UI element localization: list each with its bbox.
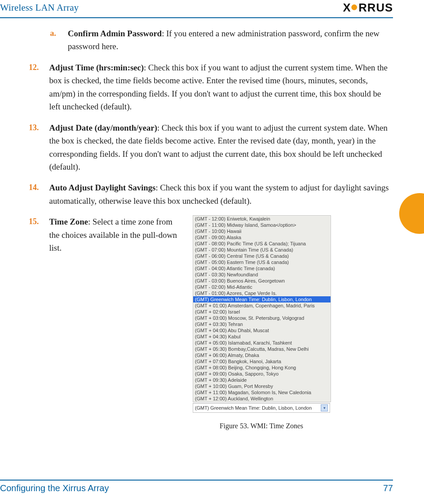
timezone-option[interactable]: (GMT + 01:00) Amsterdam, Copenhagen, Mad… (193, 302, 331, 309)
brand-dot-icon (351, 4, 357, 10)
figure-caption: Figure 53. WMI: Time Zones (193, 421, 330, 432)
timezone-option[interactable]: (GMT + 09:00) Osaka, Sapporo, Tokyo (193, 371, 331, 377)
timezone-option[interactable]: (GMT + 09:30) Adelaide (193, 377, 331, 383)
timezone-option[interactable]: (GMT + 05:00) Islamabad, Karachi, Tashke… (193, 340, 331, 346)
list-item: 15. Time Zone: Select a time zone from t… (29, 215, 393, 432)
timezone-option[interactable]: (GMT + 10:00) Guam, Port Moresby (193, 383, 331, 389)
list-marker: a. (48, 27, 68, 53)
timezone-option[interactable]: (GMT + 12:00) Auckland, Wellington (193, 395, 331, 402)
list-marker: 12. (29, 61, 49, 113)
time-zone-description: Time Zone: Select a time zone from the c… (49, 215, 182, 254)
timezone-option[interactable]: (GMT - 07:00) Mountain Time (US & Canada… (193, 247, 331, 253)
list-item: 13. Adjust Date (day/month/year): Check … (29, 121, 393, 174)
timezone-option[interactable]: (GMT + 06:00) Almaty, Dhaka (193, 352, 331, 358)
list-lead: Time Zone (49, 217, 88, 226)
list-text: Confirm Admin Password: If you entered a… (68, 27, 393, 53)
list-lead: Confirm Admin Password (68, 29, 162, 38)
brand-logo: X RRUS (343, 1, 393, 15)
list-text: Time Zone: Select a time zone from the c… (49, 215, 393, 432)
footer-section: Configuring the Xirrus Array (0, 483, 109, 493)
time-zone-select[interactable]: (GMT) Greenwich Mean Time: Dublin, Lisbo… (193, 403, 330, 413)
timezone-option[interactable]: (GMT - 01:00) Azores, Cape Verde Is. (193, 290, 331, 296)
timezone-option[interactable]: (GMT - 12:00) Eniwetok, Kwajalein (193, 216, 331, 222)
list-text: Adjust Time (hrs:min:sec): Check this bo… (49, 61, 393, 113)
timezone-option[interactable]: (GMT + 04:00) Abu Dhabi, Muscat (193, 327, 331, 333)
timezone-option[interactable]: (GMT + 03:30) Tehran (193, 321, 331, 327)
list-lead: Adjust Time (hrs:min:sec) (49, 63, 144, 72)
timezone-option[interactable]: (GMT + 05:30) Bombay,Calcutta, Madras, N… (193, 346, 331, 352)
list-item: a. Confirm Admin Password: If you entere… (29, 27, 393, 53)
timezone-option[interactable]: (GMT + 03:00) Moscow, St. Petersburg, Vo… (193, 315, 331, 321)
timezone-option[interactable]: (GMT - 08:00) Pacific Time (US & Canada)… (193, 240, 331, 247)
list-text: Adjust Date (day/month/year): Check this… (49, 121, 393, 174)
list-marker: 13. (29, 121, 49, 174)
timezone-option[interactable]: (GMT - 11:00) Midway Island, Samoa</opti… (193, 222, 331, 228)
time-zone-select-value: (GMT) Greenwich Mean Time: Dublin, Lisbo… (195, 404, 312, 411)
footer-page-number: 77 (383, 483, 393, 493)
timezone-option-selected[interactable]: (GMT) Greenwich Mean Time: Dublin, Lisbo… (193, 296, 331, 302)
timezone-option[interactable]: (GMT - 03:30) Newfoundland (193, 271, 331, 278)
timezone-option[interactable]: (GMT + 08:00) Beijing, Chongqing, Hong K… (193, 364, 331, 371)
list-item: 12. Adjust Time (hrs:min:sec): Check thi… (29, 61, 393, 113)
brand-x: X (343, 1, 351, 15)
brand-rest: RRUS (358, 1, 393, 15)
list-lead: Adjust Date (day/month/year) (49, 123, 157, 132)
list-text: Auto Adjust Daylight Savings: Check this… (49, 181, 393, 207)
list-lead: Auto Adjust Daylight Savings (49, 183, 156, 192)
list-item: 14. Auto Adjust Daylight Savings: Check … (29, 181, 393, 207)
timezone-option[interactable]: (GMT - 02:00) Mid-Atlantic (193, 284, 331, 290)
list-marker: 14. (29, 181, 49, 207)
time-zone-listbox[interactable]: (GMT - 12:00) Eniwetok, Kwajalein (GMT -… (193, 215, 331, 402)
timezone-option[interactable]: (GMT - 10:00) Hawaii (193, 228, 331, 234)
timezone-option[interactable]: (GMT + 04:30) Kabul (193, 333, 331, 340)
timezone-option[interactable]: (GMT + 11:00) Magadan, Solomon Is, New C… (193, 389, 331, 395)
page-tab-icon (399, 193, 424, 234)
timezone-option[interactable]: (GMT + 02:00) Israel (193, 309, 331, 315)
timezone-option[interactable]: (GMT - 06:00) Central Time (US & Canada) (193, 253, 331, 259)
timezone-option[interactable]: (GMT - 09:00) Alaska (193, 234, 331, 240)
timezone-option[interactable]: (GMT + 07:00) Bangkok, Hanoi, Jakarta (193, 358, 331, 364)
list-marker: 15. (29, 215, 49, 432)
header-title: Wireless LAN Array (0, 2, 79, 13)
timezone-option[interactable]: (GMT - 04:00) Atlantic Time (canada) (193, 265, 331, 271)
timezone-option[interactable]: (GMT - 03:00) Buenos Aires, Georgetown (193, 278, 331, 284)
timezone-option[interactable]: (GMT - 05:00) Eastern Time (US & canada) (193, 259, 331, 265)
chevron-down-icon[interactable]: ▾ (321, 404, 328, 411)
